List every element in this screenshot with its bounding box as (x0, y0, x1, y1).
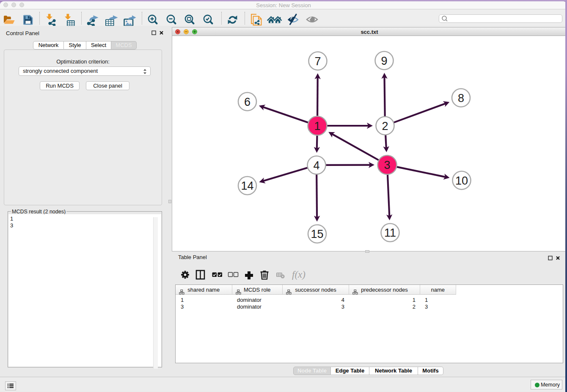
svg-text:10: 10 (455, 174, 468, 187)
svg-text:6: 6 (244, 96, 250, 108)
svg-text:2: 2 (382, 120, 388, 133)
svg-text:3: 3 (384, 159, 390, 171)
svg-text:14: 14 (241, 179, 253, 192)
svg-text:11: 11 (384, 226, 396, 239)
svg-text:15: 15 (311, 228, 323, 240)
svg-text:7: 7 (314, 55, 321, 68)
svg-text:8: 8 (458, 92, 464, 105)
svg-text:f(x): f(x) (292, 269, 306, 280)
svg-text:9: 9 (381, 55, 387, 67)
svg-text:4: 4 (313, 159, 319, 172)
svg-text:1: 1 (314, 120, 320, 133)
